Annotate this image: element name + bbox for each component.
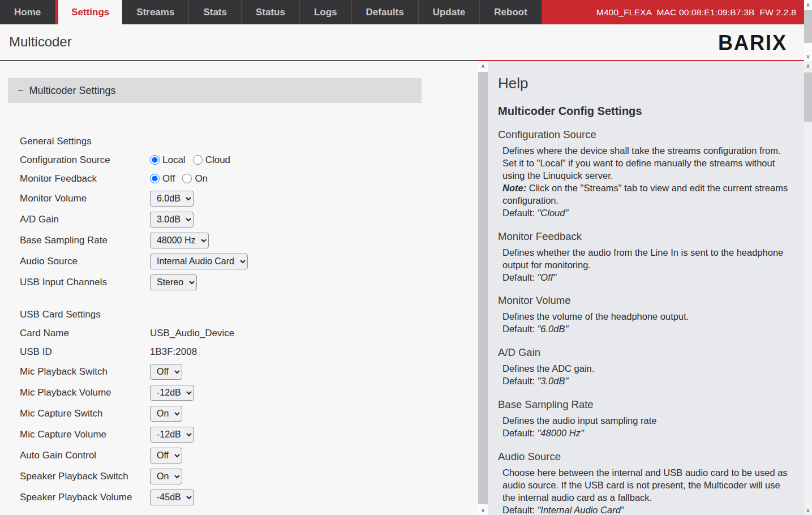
configuration-source-option-cloud[interactable]: Cloud: [193, 154, 230, 166]
tab-defaults[interactable]: Defaults: [352, 0, 419, 24]
scrollbar-thumb[interactable]: [804, 72, 812, 122]
tab-status[interactable]: Status: [242, 0, 300, 24]
default-value: "Off": [537, 272, 556, 282]
usb-input-channels-select[interactable]: Stereo: [150, 274, 197, 290]
help-text: Defines the ADC gain.: [502, 363, 795, 375]
mic-capture-switch-select[interactable]: On: [150, 406, 182, 422]
usb-id-value: 1B3F:2008: [150, 346, 197, 358]
speaker-playback-volume-select[interactable]: -45dB: [150, 490, 194, 505]
form-row-monitor-volume: Monitor Volume6.0dB: [20, 190, 478, 207]
scroll-up-arrow-icon[interactable]: ∧: [804, 0, 812, 10]
help-scrollbar[interactable]: ∧ ∨: [804, 61, 812, 515]
help-title: Help: [498, 75, 795, 92]
field-label: Speaker Playback Volume: [20, 492, 150, 503]
radio-label: Local: [162, 154, 186, 166]
form-row-configuration-source: Configuration SourceLocalCloud: [20, 152, 478, 168]
field-label: Mic Capture Switch: [20, 408, 150, 419]
barix-logo: BARIX: [718, 31, 787, 55]
collapse-icon[interactable]: −: [18, 85, 24, 97]
base-sampling-rate-select[interactable]: 48000 Hz: [150, 233, 209, 248]
page-header: Multicoder BARIX: [0, 24, 804, 61]
help-body-monitor-feedback: Defines whether the audio from the Line …: [502, 247, 795, 284]
window-scrollbar[interactable]: ∧ ∨: [804, 0, 812, 61]
scroll-down-arrow-icon[interactable]: ∨: [804, 505, 812, 515]
field-label: A/D Gain: [20, 214, 150, 225]
help-heading-monitor-volume: Monitor Volume: [498, 294, 795, 307]
scrollbar-thumb[interactable]: [478, 72, 488, 504]
help-frame: Help Multicoder Config Settings Configur…: [488, 61, 804, 515]
settings-form: General SettingsConfiguration SourceLoca…: [20, 134, 478, 506]
scrollbar-thumb[interactable]: [804, 10, 812, 43]
tab-reboot[interactable]: Reboot: [480, 0, 542, 24]
form-row-a-d-gain: A/D Gain3.0dB: [20, 211, 478, 228]
audio-source-select[interactable]: Internal Audio Card: [150, 254, 248, 269]
settings-scrollbar[interactable]: ∧ ∨: [478, 61, 488, 515]
scroll-down-arrow-icon[interactable]: ∨: [478, 505, 488, 515]
help-default: Default: "3.0dB": [502, 375, 795, 388]
tab-home[interactable]: Home: [0, 0, 55, 24]
scroll-up-arrow-icon[interactable]: ∧: [478, 61, 488, 71]
form-row-speaker-playback-switch: Speaker Playback SwitchOn: [20, 467, 478, 485]
help-heading-audio-source: Audio Source: [498, 450, 795, 463]
radio-label: Cloud: [205, 154, 230, 166]
tab-settings[interactable]: Settings: [55, 0, 122, 24]
form-row-mic-playback-volume: Mic Playback Volume-12dB: [20, 384, 478, 401]
field-label: Mic Capture Volume: [20, 429, 150, 440]
tab-stats[interactable]: Stats: [189, 0, 242, 24]
card-name-value: USB_Audio_Device: [150, 328, 234, 339]
form-row-usb-card-settings: USB Card Settings: [20, 307, 478, 322]
field-label: USB Input Channels: [20, 277, 150, 288]
help-heading-a-d-gain: A/D Gain: [498, 346, 795, 359]
help-subtitle: Multicoder Config Settings: [498, 105, 795, 118]
radio-label: Off: [162, 173, 175, 184]
scroll-down-arrow-icon[interactable]: ∨: [804, 52, 812, 61]
field-label: General Settings: [20, 136, 150, 147]
field-label: Configuration Source: [20, 154, 150, 166]
form-row-mic-playback-switch: Mic Playback SwitchOff: [20, 363, 478, 380]
monitor-volume-select[interactable]: 6.0dB: [150, 191, 194, 207]
tab-streams[interactable]: Streams: [122, 0, 189, 24]
configuration-source-radio-local[interactable]: [150, 155, 160, 165]
monitor-feedback-option-off[interactable]: Off: [150, 173, 175, 184]
a-d-gain-select[interactable]: 3.0dB: [150, 212, 194, 228]
help-text: Defines where the device shall take the …: [502, 145, 795, 182]
help-text: Choose here between the internal and USB…: [502, 467, 795, 504]
configuration-source-option-local[interactable]: Local: [150, 154, 186, 166]
form-row-usb-input-channels: USB Input ChannelsStereo: [20, 273, 478, 291]
mic-capture-volume-select[interactable]: -12dB: [150, 427, 194, 443]
mic-playback-switch-select[interactable]: Off: [150, 364, 182, 380]
field-label: Auto Gain Control: [20, 450, 150, 461]
field-label: USB ID: [20, 346, 150, 358]
help-body-configuration-source: Defines where the device shall take the …: [502, 145, 795, 220]
help-text: Defines the audio input sampling rate: [502, 415, 795, 427]
tab-update[interactable]: Update: [419, 0, 480, 24]
section-title: Multicoder Settings: [29, 85, 116, 97]
scroll-up-arrow-icon[interactable]: ∧: [804, 61, 812, 71]
radio-label: On: [195, 173, 208, 184]
help-text: Defines whether the audio from the Line …: [502, 247, 795, 272]
speaker-playback-switch-select[interactable]: On: [150, 469, 182, 484]
form-row-card-name: Card NameUSB_Audio_Device: [20, 325, 478, 341]
default-value: "48000 Hz": [537, 428, 583, 438]
tab-logs[interactable]: Logs: [300, 0, 352, 24]
device-banner: M400_FLEXA MAC 00:08:E1:09:B7:3B FW 2.2.…: [542, 0, 804, 24]
help-body-base-sampling-rate: Defines the audio input sampling rateDef…: [502, 415, 795, 440]
help-body-a-d-gain: Defines the ADC gain.Default: "3.0dB": [502, 363, 795, 388]
help-body-audio-source: Choose here between the internal and USB…: [502, 467, 795, 515]
configuration-source-radio-cloud[interactable]: [193, 155, 203, 165]
form-row-general-settings: General Settings: [20, 134, 478, 149]
monitor-feedback-radio-off[interactable]: [150, 174, 160, 183]
monitor-feedback-radio-on[interactable]: [182, 174, 192, 183]
form-row-auto-gain-control: Auto Gain ControlOff: [20, 447, 478, 464]
help-default: Default: "Off": [502, 272, 795, 284]
auto-gain-control-select[interactable]: Off: [150, 448, 182, 464]
field-label: Mic Playback Switch: [20, 366, 150, 377]
help-heading-monitor-feedback: Monitor Feedback: [498, 230, 795, 243]
form-row-monitor-feedback: Monitor FeedbackOffOn: [20, 171, 478, 186]
help-text: Defines the volume of the headphone outp…: [502, 311, 795, 323]
monitor-feedback-option-on[interactable]: On: [182, 173, 208, 184]
settings-section-header[interactable]: − Multicoder Settings: [8, 78, 422, 103]
help-note: Note: Click on the "Streams" tab to view…: [502, 182, 795, 207]
field-label: Monitor Feedback: [20, 173, 150, 184]
mic-playback-volume-select[interactable]: -12dB: [150, 385, 194, 401]
